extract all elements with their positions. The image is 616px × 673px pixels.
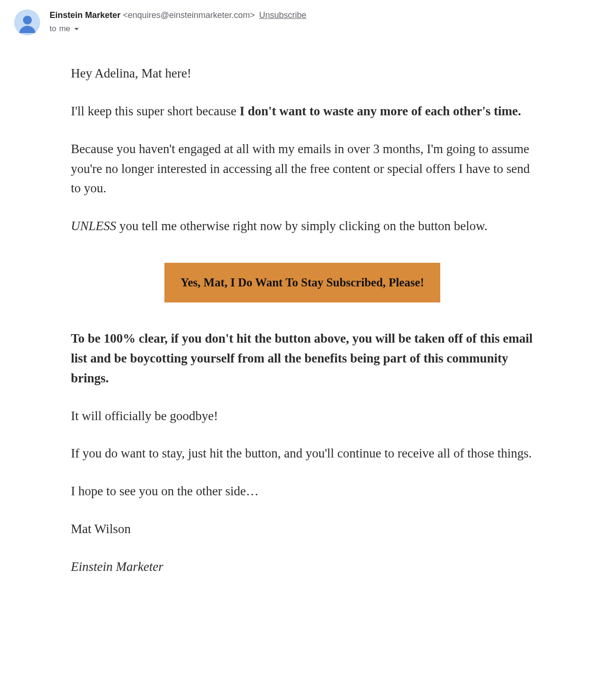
stay-subscribed-button[interactable]: Yes, Mat, I Do Want To Stay Subscribed, …	[164, 263, 440, 302]
sender-line: Einstein Marketer <enquires@einsteinmark…	[50, 10, 307, 20]
hope-line: I hope to see you on the other side…	[71, 482, 534, 501]
sender-name: Einstein Marketer	[50, 10, 120, 20]
person-icon	[17, 12, 38, 33]
intro-text-b: I don't want to waste any more of each o…	[240, 104, 521, 118]
sender-email: <enquires@einsteinmarketer.com>	[123, 10, 255, 20]
unless-paragraph: UNLESS you tell me otherwise right now b…	[71, 216, 534, 236]
reason-paragraph: Because you haven't engaged at all with …	[71, 139, 534, 199]
to-recipient: me	[59, 24, 70, 34]
unless-rest: you tell me otherwise right now by simpl…	[116, 219, 488, 233]
email-body: Hey Adelina, Mat here! I'll keep this su…	[71, 64, 534, 577]
unless-word: UNLESS	[71, 219, 116, 233]
intro-paragraph: I'll keep this super short because I don…	[71, 102, 534, 121]
email-header: Einstein Marketer <enquires@einsteinmark…	[14, 9, 602, 35]
signature-name: Mat Wilson	[71, 519, 534, 539]
intro-text-a: I'll keep this super short because	[71, 104, 240, 118]
goodbye-line: It will officially be goodbye!	[71, 406, 534, 426]
svg-point-0	[23, 16, 32, 25]
warning-paragraph: To be 100% clear, if you don't hit the b…	[71, 329, 534, 388]
signature-company: Einstein Marketer	[71, 557, 534, 577]
stay-paragraph: If you do want to stay, just hit the but…	[71, 444, 534, 464]
greeting: Hey Adelina, Mat here!	[71, 64, 534, 84]
avatar	[14, 9, 40, 35]
to-prefix: to	[50, 24, 56, 34]
chevron-down-icon	[74, 28, 79, 30]
unsubscribe-link[interactable]: Unsubscribe	[259, 10, 307, 20]
recipient-dropdown[interactable]: to me	[50, 24, 307, 34]
